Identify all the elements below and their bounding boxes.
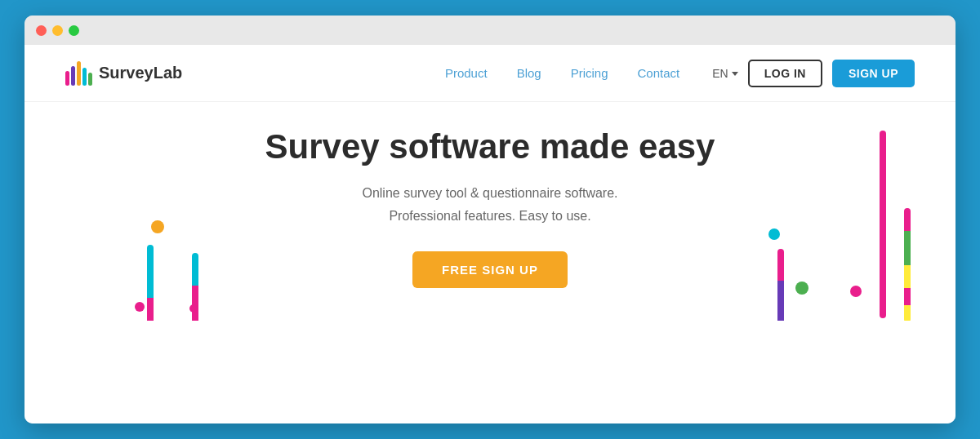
nav-links: Product Blog Pricing Contact xyxy=(445,66,679,80)
bar-left-2 xyxy=(192,253,198,321)
hero-subtitle: Online survey tool & questionnaire softw… xyxy=(362,182,617,226)
nav-product[interactable]: Product xyxy=(445,66,488,80)
hero-title: Survey software made easy xyxy=(265,126,715,167)
dot-teal-right xyxy=(768,228,780,240)
signup-button[interactable]: SIGN UP xyxy=(832,60,915,87)
minimize-button[interactable] xyxy=(52,25,63,36)
dot-pink-right xyxy=(850,286,862,297)
nav-contact[interactable]: Contact xyxy=(638,66,680,80)
logo-text: SurveyLab xyxy=(99,64,182,82)
nav-blog[interactable]: Blog xyxy=(517,66,541,80)
browser-window: SurveyLab Product Blog Pricing Contact E… xyxy=(24,16,956,423)
dot-pink-left2 xyxy=(189,304,198,313)
browser-titlebar xyxy=(24,16,956,45)
bar-right-medium xyxy=(904,208,911,321)
language-label: EN xyxy=(712,67,728,80)
maximize-button[interactable] xyxy=(69,25,79,36)
bar-right-purple xyxy=(777,249,784,321)
logo-icon xyxy=(65,61,92,86)
nav-pricing[interactable]: Pricing xyxy=(571,66,608,80)
bar-right-tall xyxy=(880,131,886,318)
language-selector[interactable]: EN xyxy=(712,67,737,80)
navbar: SurveyLab Product Blog Pricing Contact E… xyxy=(24,45,956,102)
dot-orange xyxy=(151,220,164,233)
hero-section: Survey software made easy Online survey … xyxy=(24,102,956,321)
logo[interactable]: SurveyLab xyxy=(65,61,182,86)
browser-content: SurveyLab Product Blog Pricing Contact E… xyxy=(24,45,956,423)
bar-left-1 xyxy=(147,245,154,321)
close-button[interactable] xyxy=(36,25,47,36)
nav-actions: EN LOG IN SIGN UP xyxy=(712,60,915,87)
chevron-down-icon xyxy=(732,72,738,76)
free-signup-button[interactable]: FREE SIGN UP xyxy=(412,251,568,288)
dot-pink-left xyxy=(135,302,145,312)
login-button[interactable]: LOG IN xyxy=(748,60,822,87)
dot-green-right xyxy=(795,282,808,295)
